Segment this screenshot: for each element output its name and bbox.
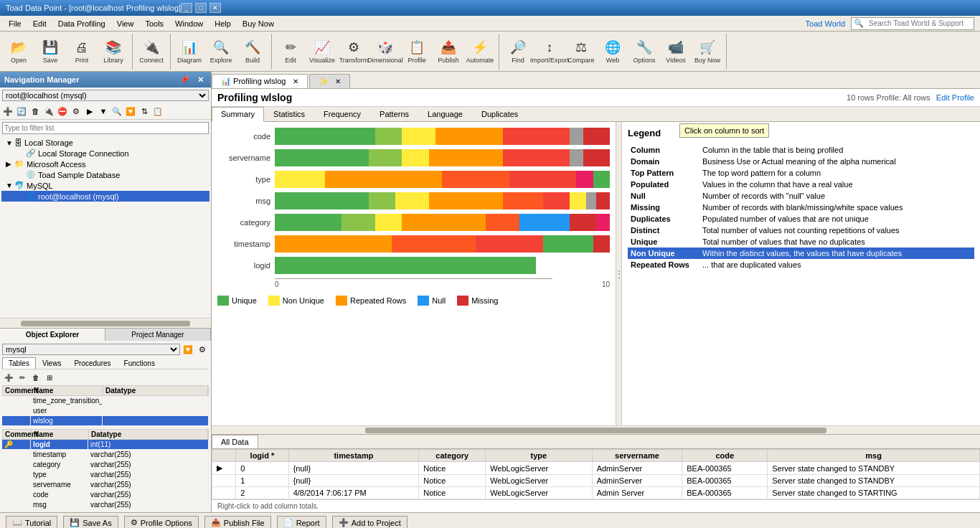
nav-refresh-button[interactable]: 🔄 [15,105,28,118]
menu-edit[interactable]: Edit [27,18,52,29]
tab-project-manager[interactable]: Project Manager [105,329,211,341]
tab-new[interactable]: ✨ ✕ [309,74,350,88]
table-row[interactable]: 2 4/8/2014 7:06:17 PM Notice WebLogicSer… [212,487,980,499]
nav-schema-button[interactable]: 📋 [151,105,164,118]
profiling-tab-frequency[interactable]: Frequency [314,107,370,121]
list-item[interactable]: servername varchar(255) [2,480,209,490]
list-item[interactable]: category varchar(255) [2,460,209,470]
toolbar-find[interactable]: 🔎 Find [502,34,534,69]
toolbar-build[interactable]: 🔨 Build [237,34,268,69]
tab-profiling-wlslog[interactable]: 📊 Profiling wlslog ✕ [212,74,308,88]
nav-close-button[interactable]: ✕ [194,73,207,86]
obj-delete-button[interactable]: 🗑 [29,371,42,384]
obj-add-button[interactable]: ➕ [2,371,15,384]
add-to-project-button[interactable]: ➕ Add to Project [332,516,407,528]
tree-item-microsoft-access[interactable]: ▶ 📁 Microsoft Access [1,159,209,169]
nav-disconnect-button[interactable]: ⛔ [56,105,69,118]
nav-pin-button[interactable]: 📌 [178,73,191,86]
nav-sort-button[interactable]: ⇅ [138,105,151,118]
menu-help[interactable]: Help [209,18,237,29]
toadworld-link[interactable]: Toad World [806,19,851,28]
nav-filter-button[interactable]: 🔽 [124,105,137,118]
tree-item-mysql[interactable]: ▼ 🐬 MySQL [1,180,209,191]
th-logid[interactable]: logid * [236,450,289,462]
tutorial-button[interactable]: 📖 Tutorial [6,516,57,528]
save-as-button[interactable]: 💾 Save As [63,516,118,528]
nav-add-button[interactable]: ➕ [1,105,14,118]
resize-handle[interactable]: ⋮ [616,122,621,425]
list-item[interactable]: type varchar(255) [2,470,209,480]
obj-grid-button[interactable]: ⊞ [43,371,56,384]
filter-input[interactable] [2,122,209,134]
publish-file-button[interactable]: 📤 Publish File [204,516,271,528]
th-servername[interactable]: servername [592,450,682,462]
th-msg[interactable]: msg [768,450,980,462]
list-item[interactable]: code varchar(255) [2,490,209,500]
window-controls[interactable]: _ □ ✕ [181,3,221,13]
menu-data-profiling[interactable]: Data Profiling [52,18,111,29]
db-options-icon[interactable]: ⚙ [196,343,209,356]
profiling-tab-statistics[interactable]: Statistics [264,107,314,121]
toolbar-library[interactable]: 📚 Library [98,34,129,69]
tab-object-explorer[interactable]: Object Explorer [0,329,105,341]
th-timestamp[interactable]: timestamp [288,450,419,462]
toolbar-compare[interactable]: ⚖ Compare [565,34,597,69]
list-item[interactable]: time_zone_transition_type [2,396,209,406]
obj-tab-tables[interactable]: Tables [2,357,36,369]
toolbar-importexport[interactable]: ↕ Import/Export [534,34,565,69]
toolbar-profile[interactable]: 📋 Profile [401,34,433,69]
profiling-tab-language[interactable]: Language [418,107,472,121]
tab-close-button[interactable]: ✕ [293,77,298,85]
tree-item-toad-sample[interactable]: 💿 Toad Sample Database [1,169,209,180]
profiling-tab-patterns[interactable]: Patterns [370,107,418,121]
toolbar-edit[interactable]: ✏ Edit [275,34,306,69]
toolbar-web[interactable]: 🌐 Web [597,34,628,69]
connection-dropdown[interactable]: root@localhost (mysql) [2,90,209,101]
list-item[interactable]: 🔑 logid int(11) [2,440,209,450]
legend-row-non-unique[interactable]: Non Unique Within the distinct values, t… [628,248,974,259]
close-button[interactable]: ✕ [209,3,221,13]
nav-search-button[interactable]: 🔍 [110,105,123,118]
toolbar-publish[interactable]: 📤 Publish [433,34,464,69]
db-filter-icon[interactable]: 🔽 [182,343,194,356]
obj-tab-procedures[interactable]: Procedures [67,357,117,369]
search-input[interactable] [866,19,974,27]
nav-scrollbar-thumb[interactable] [21,321,189,326]
db-dropdown[interactable]: mysql [2,344,180,355]
profile-options-button[interactable]: ⚙ Profile Options [124,516,199,528]
toolbar-transform[interactable]: ⚙ Transform [338,34,369,69]
tree-item-local-storage-conn[interactable]: 🔗 Local Storage Connection [1,148,209,159]
toolbar-connect[interactable]: 🔌 Connect [136,34,167,69]
chart-scrollbar-thumb[interactable] [365,428,826,433]
menu-view[interactable]: View [111,18,140,29]
nav-connect-button[interactable]: 🔌 [42,105,55,118]
data-table-wrapper[interactable]: logid * timestamp category type serverna… [212,449,980,499]
toolbar-visualize[interactable]: 📈 Visualize [306,34,338,69]
search-bar[interactable]: 🔍 [851,17,974,30]
toolbar-buynow[interactable]: 🛒 Buy Now [692,34,723,69]
list-item[interactable]: user [2,406,209,416]
toolbar-automate[interactable]: ⚡ Automate [464,34,496,69]
toolbar-open[interactable]: 📂 Open [3,34,34,69]
obj-tab-views[interactable]: Views [36,357,68,369]
list-item[interactable]: msg varchar(255) [2,500,209,510]
toolbar-print[interactable]: 🖨 Print [66,34,98,69]
edit-profile-link[interactable]: Edit Profile [936,93,974,102]
th-category[interactable]: category [419,450,486,462]
toolbar-explore[interactable]: 🔍 Explore [205,34,237,69]
tab-close-button[interactable]: ✕ [335,77,341,85]
table-row[interactable]: ▶ 0 {null} Notice WebLogicServer AdminSe… [212,462,980,475]
toolbar-diagram[interactable]: 📊 Diagram [174,34,205,69]
menu-tools[interactable]: Tools [139,18,169,29]
obj-tab-functions[interactable]: Functions [118,357,161,369]
menu-buy-now[interactable]: Buy Now [237,18,280,29]
profiling-tab-duplicates[interactable]: Duplicates [472,107,527,121]
nav-expand-button[interactable]: ▶ [83,105,96,118]
nav-collapse-button[interactable]: ▼ [97,105,110,118]
list-item[interactable]: timestamp varchar(255) [2,450,209,460]
tree-item-root-localhost[interactable]: 👤 root@localhost (mysql) [1,191,209,202]
nav-settings-button[interactable]: ⚙ [70,105,83,118]
report-button[interactable]: 📄 Report [277,516,326,528]
list-item[interactable]: wlslog [2,416,209,426]
th-type[interactable]: type [486,450,592,462]
